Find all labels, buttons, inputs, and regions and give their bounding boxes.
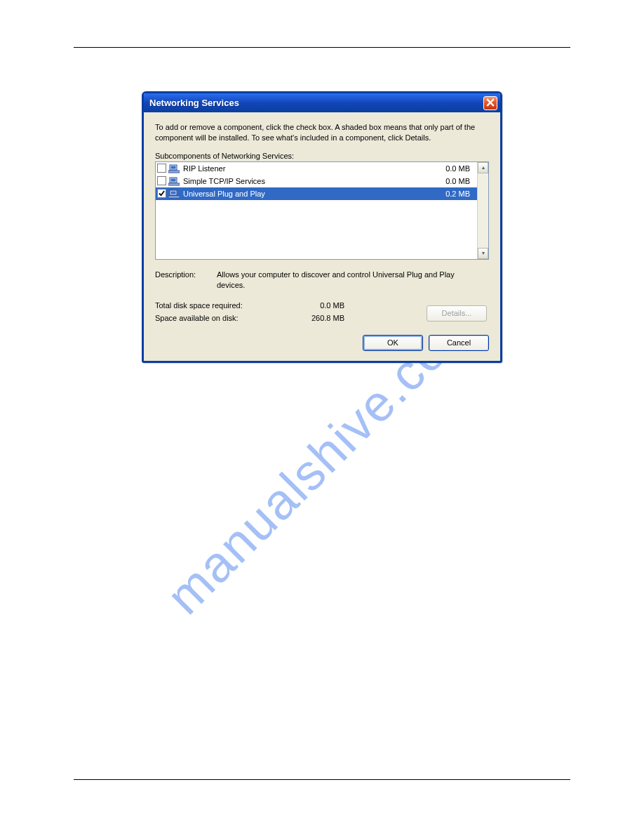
list-item-size: 0.2 MB <box>445 190 473 198</box>
checkbox[interactable] <box>157 189 166 198</box>
list-item-size: 0.0 MB <box>445 177 473 185</box>
subcomponents-listbox[interactable]: RIP Listener 0.0 MB Simple TCP/IP <box>155 161 489 260</box>
description-block: Description: Allows your computer to dis… <box>155 270 489 291</box>
network-service-icon <box>168 163 180 174</box>
chevron-down-icon: ▾ <box>482 250 485 256</box>
checkbox[interactable] <box>157 176 166 185</box>
intro-text: To add or remove a component, click the … <box>155 122 489 143</box>
svg-rect-5 <box>171 178 176 181</box>
total-space-label: Total disk space required: <box>155 300 288 312</box>
scrollbar-track[interactable] <box>478 173 488 248</box>
total-space-value: 0.0 MB <box>288 300 344 312</box>
list-item-label: Universal Plug and Play <box>182 190 443 198</box>
svg-rect-7 <box>168 196 180 198</box>
list-item-size: 0.0 MB <box>445 164 473 173</box>
description-text: Allows your computer to discover and con… <box>217 270 489 291</box>
page-top-rule <box>74 47 570 48</box>
list-item-label: Simple TCP/IP Services <box>182 177 443 185</box>
dialog-button-row: OK Cancel <box>155 335 489 351</box>
close-icon <box>486 98 495 108</box>
list-item-rip-listener[interactable]: RIP Listener 0.0 MB <box>156 162 477 175</box>
scroll-down-button[interactable]: ▾ <box>478 248 488 259</box>
dialog-body: To add or remove a component, click the … <box>144 112 500 361</box>
details-button: Details... <box>427 305 487 322</box>
cancel-button[interactable]: Cancel <box>429 335 489 351</box>
avail-space-value: 260.8 MB <box>288 312 344 325</box>
list-item-simple-tcpip[interactable]: Simple TCP/IP Services 0.0 MB <box>156 175 477 187</box>
dialog-title: Networking Services <box>149 98 483 108</box>
listbox-items: RIP Listener 0.0 MB Simple TCP/IP <box>156 162 477 259</box>
ok-button[interactable]: OK <box>363 335 423 351</box>
scrollbar[interactable]: ▴ ▾ <box>477 162 488 259</box>
checkbox[interactable] <box>157 164 166 173</box>
list-item-upnp[interactable]: Universal Plug and Play 0.2 MB <box>156 187 477 200</box>
network-service-icon <box>168 188 180 199</box>
close-button[interactable] <box>483 96 497 110</box>
description-label: Description: <box>155 270 210 291</box>
svg-rect-4 <box>168 183 180 185</box>
svg-rect-8 <box>171 191 176 194</box>
svg-rect-1 <box>168 171 180 173</box>
network-service-icon <box>168 176 180 187</box>
networking-services-dialog: Networking Services To add or remove a c… <box>142 91 502 363</box>
scroll-up-button[interactable]: ▴ <box>478 162 488 173</box>
avail-space-label: Space available on disk: <box>155 312 288 325</box>
titlebar[interactable]: Networking Services <box>144 93 500 112</box>
page-bottom-rule <box>74 779 570 780</box>
chevron-up-icon: ▴ <box>482 164 485 171</box>
list-item-label: RIP Listener <box>182 164 443 173</box>
svg-rect-2 <box>171 166 176 168</box>
subcomponents-label: Subcomponents of Networking Services: <box>155 152 489 160</box>
